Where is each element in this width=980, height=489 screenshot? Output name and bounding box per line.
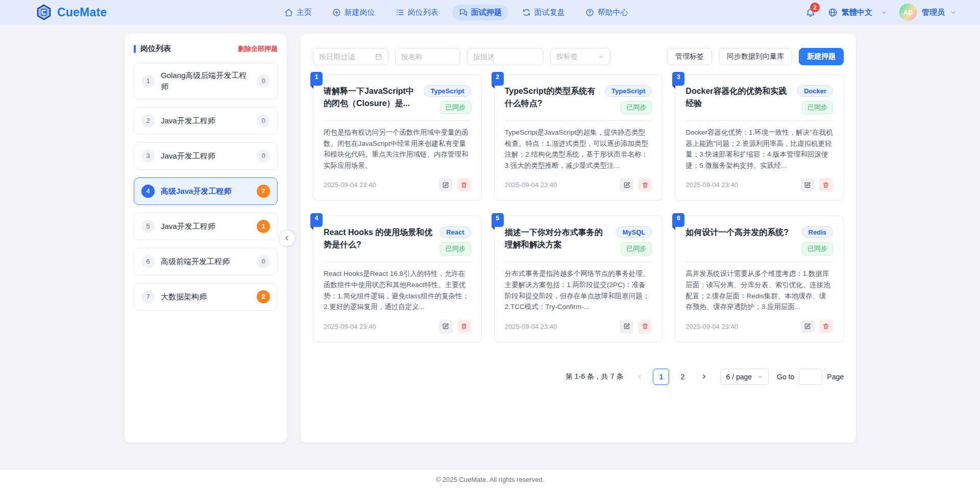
nav-item-home[interactable]: 主页: [278, 5, 318, 20]
goto-page-input[interactable]: [799, 369, 822, 385]
globe-icon: [828, 8, 838, 17]
trash-icon: [642, 323, 649, 330]
edit-button[interactable]: [620, 320, 633, 333]
question-circle-icon: [585, 8, 594, 17]
sidebar-item-job-6[interactable]: 6 高级前端开发工程师 0: [134, 248, 278, 275]
card-number-ribbon: 5: [492, 213, 504, 227]
sidebar-item-job-7[interactable]: 7 大数据架构师 2: [134, 283, 278, 311]
job-count-badge: 0: [257, 74, 270, 88]
description-filter-input[interactable]: [467, 48, 544, 65]
next-page-button[interactable]: [696, 369, 712, 385]
delete-button[interactable]: [638, 320, 652, 333]
divider: [505, 262, 652, 262]
delete-button[interactable]: [819, 320, 833, 333]
edit-button[interactable]: [620, 178, 633, 192]
language-selector[interactable]: 繁體中文: [828, 8, 887, 17]
chevron-left-icon: [283, 235, 290, 242]
notifications-button[interactable]: 2: [805, 7, 816, 17]
question-card-2: 2 TypeScript的类型系统有什么特点? TypeScript 已同步 T…: [494, 74, 663, 200]
question-title: 描述一下你对分布式事务的理解和解决方案: [505, 226, 610, 255]
question-card-grid: 1 请解释一下JavaScript中的闭包（Closure）是... TypeS…: [313, 74, 844, 342]
new-question-button[interactable]: 新建押题: [799, 48, 844, 65]
notification-badge: 2: [810, 3, 820, 12]
card-number-ribbon: 3: [672, 72, 684, 86]
nav-item-interview-questions[interactable]: 面试押题: [452, 5, 508, 20]
user-menu[interactable]: AD 管理员: [899, 4, 957, 21]
pencil-icon: [804, 182, 811, 189]
divider: [324, 262, 471, 262]
sidebar-item-job-5[interactable]: 5 Java开发工程师 1: [134, 213, 278, 240]
tag-filter-placeholder: 按标签: [556, 52, 578, 61]
job-name: 高级前端开发工程师: [161, 256, 251, 267]
page-button-2[interactable]: 2: [674, 369, 691, 385]
divider: [324, 120, 471, 121]
refresh-icon: [522, 8, 531, 17]
delete-all-questions-link[interactable]: 删除全部押题: [238, 44, 278, 54]
question-date: 2025-09-04 23:40: [505, 323, 557, 330]
nav-item-new-job[interactable]: 新建岗位: [326, 5, 382, 20]
avatar: AD: [899, 4, 917, 21]
pencil-icon: [623, 323, 630, 330]
sidebar-item-job-3[interactable]: 3 Java开发工程师 0: [134, 142, 278, 170]
name-filter-input[interactable]: [395, 48, 460, 65]
tag-filter-select[interactable]: 按标签: [550, 48, 610, 65]
job-name: Java开发工程师: [161, 150, 251, 162]
job-count-badge: 0: [257, 149, 270, 163]
tech-tag-pill: Docker: [797, 85, 833, 97]
tech-tag-pill: TypeScript: [605, 85, 652, 97]
home-icon: [284, 8, 293, 17]
sidebar-item-job-2[interactable]: 2 Java开发工程师 0: [134, 107, 278, 135]
job-index: 6: [141, 255, 155, 268]
sidebar-item-job-4-selected[interactable]: 4 高级Java开发工程师 7: [134, 177, 278, 205]
delete-button[interactable]: [819, 178, 833, 192]
manage-tags-button[interactable]: 管理标签: [667, 48, 712, 65]
question-title: React Hooks 的使用场景和优势是什么?: [324, 226, 433, 255]
edit-button[interactable]: [439, 320, 453, 333]
job-name: 高级Java开发工程师: [161, 186, 251, 197]
sidebar-item-job-1[interactable]: 1 Golang高级后端开发工程师 0: [134, 63, 278, 99]
pencil-icon: [623, 182, 630, 189]
trash-icon: [642, 182, 649, 189]
job-count-badge: 7: [257, 185, 270, 198]
nav-label: 面试复盘: [534, 8, 565, 17]
edit-button[interactable]: [439, 178, 453, 192]
delete-button[interactable]: [457, 320, 471, 333]
prev-page-button[interactable]: [631, 369, 648, 385]
page-size-select[interactable]: 6 / page: [720, 369, 769, 385]
edit-button[interactable]: [801, 178, 815, 192]
sync-status-badge: 已同步: [440, 101, 471, 114]
page-button-1[interactable]: 1: [653, 369, 669, 385]
tech-tag-pill: MySQL: [616, 226, 652, 238]
user-name: 管理员: [922, 8, 945, 17]
edit-button[interactable]: [801, 320, 815, 333]
sidebar-title-text: 岗位列表: [140, 44, 171, 54]
name-filter-field[interactable]: [401, 53, 454, 61]
brand[interactable]: CueMate: [36, 4, 107, 20]
job-count-badge: 0: [257, 114, 270, 127]
card-number-ribbon: 1: [310, 72, 323, 86]
chevron-down-icon: [757, 374, 763, 380]
trash-icon: [822, 182, 829, 189]
sync-status-badge: 已同步: [802, 101, 833, 114]
job-name: Java开发工程师: [161, 115, 251, 126]
job-index: 4: [141, 185, 155, 198]
nav-item-job-list[interactable]: 岗位列表: [389, 5, 445, 20]
sidebar-collapse-button[interactable]: [279, 230, 295, 246]
job-name: Golang高级后端开发工程师: [161, 70, 251, 92]
sync-to-vector-db-button[interactable]: 同步数据到向量库: [719, 48, 792, 65]
chat-bubbles-icon: [459, 8, 468, 17]
pagination: 第 1-6 条，共 7 条 1 2 6 / page Go to Page: [313, 369, 844, 385]
description-filter-field[interactable]: [473, 53, 537, 61]
card-number-ribbon: 2: [492, 72, 504, 86]
sync-status-badge: 已同步: [621, 101, 652, 114]
date-filter-input[interactable]: [313, 48, 388, 65]
chevron-right-icon: [701, 373, 707, 380]
date-filter-field[interactable]: [319, 53, 371, 61]
nav-item-interview-review[interactable]: 面试复盘: [516, 5, 572, 20]
delete-button[interactable]: [457, 178, 471, 192]
chevron-left-icon: [636, 373, 643, 380]
delete-button[interactable]: [638, 178, 652, 192]
chevron-down-icon: [880, 9, 887, 16]
nav-item-help-center[interactable]: 帮助中心: [579, 5, 635, 20]
sync-status-badge: 已同步: [621, 242, 652, 255]
